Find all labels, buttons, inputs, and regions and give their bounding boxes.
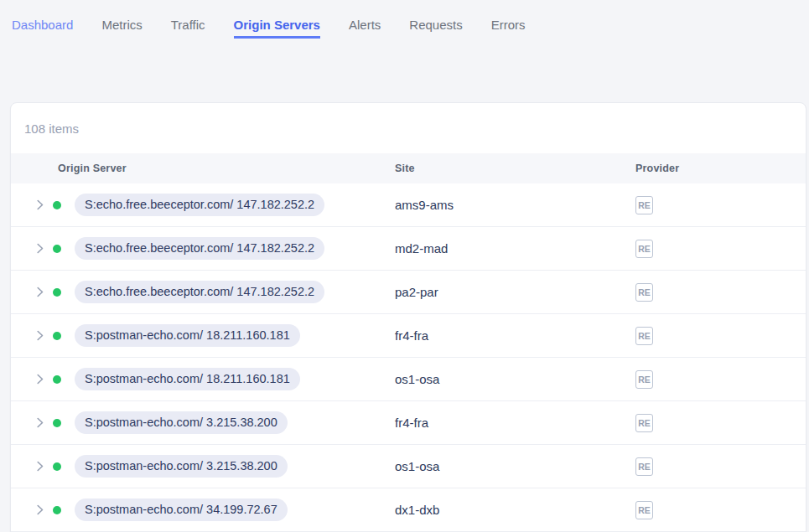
site-label: os1-osa (395, 372, 635, 386)
provider-re-badge: RE (635, 370, 653, 389)
table-row[interactable]: S:postman-echo.com/ 18.211.160.181 os1-o… (11, 358, 806, 401)
table-header-row: Origin Server Site Provider (11, 153, 806, 183)
chevron-right-icon (37, 243, 44, 254)
column-header-origin-server: Origin Server (58, 163, 395, 174)
nav-tab[interactable]: Traffic (171, 18, 205, 39)
provider-re-badge: RE (635, 501, 653, 519)
expand-row-button[interactable] (28, 374, 53, 385)
site-label: dx1-dxb (395, 503, 635, 517)
origin-server-pill: S:postman-echo.com/ 3.215.38.200 (75, 411, 288, 435)
origin-servers-card: 108 items Origin Server Site Provider S:… (10, 102, 806, 532)
provider-re-badge: RE (635, 283, 653, 302)
table-row[interactable]: S:echo.free.beeceptor.com/ 147.182.252.2… (11, 271, 806, 314)
status-online-dot (53, 419, 61, 427)
origin-server-pill: S:echo.free.beeceptor.com/ 147.182.252.2 (75, 281, 324, 304)
provider-re-badge: RE (635, 414, 653, 432)
status-online-dot (53, 506, 61, 514)
origin-server-pill: S:postman-echo.com/ 18.211.160.181 (75, 324, 300, 348)
status-online-dot (53, 288, 61, 297)
nav-tab[interactable]: Errors (491, 18, 526, 39)
top-nav: Dashboard Metrics Traffic Origin Servers… (0, 0, 809, 39)
site-label: ams9-ams (395, 198, 635, 212)
column-header-site: Site (395, 163, 635, 174)
chevron-right-icon (37, 504, 44, 515)
status-online-dot (53, 462, 61, 471)
expand-row-button[interactable] (28, 287, 53, 297)
table-row[interactable]: S:echo.free.beeceptor.com/ 147.182.252.2… (11, 183, 806, 227)
site-label: md2-mad (395, 241, 635, 256)
nav-tab[interactable]: Dashboard (12, 18, 73, 39)
nav-tab[interactable]: Alerts (349, 18, 381, 39)
chevron-right-icon (37, 374, 44, 385)
expand-row-button[interactable] (28, 504, 53, 515)
provider-re-badge: RE (635, 240, 653, 258)
chevron-right-icon (37, 330, 44, 341)
status-online-dot (53, 375, 61, 384)
origin-server-pill: S:postman-echo.com/ 34.199.72.67 (75, 498, 288, 522)
chevron-right-icon (37, 287, 44, 297)
expand-row-button[interactable] (28, 243, 53, 254)
status-online-dot (53, 245, 61, 253)
table-row[interactable]: S:postman-echo.com/ 3.215.38.200 os1-osa… (11, 445, 806, 488)
origin-server-pill: S:postman-echo.com/ 18.211.160.181 (75, 368, 300, 391)
chevron-right-icon (37, 461, 44, 472)
provider-re-badge: RE (635, 196, 653, 214)
origin-server-pill: S:echo.free.beeceptor.com/ 147.182.252.2 (75, 194, 324, 217)
column-header-provider: Provider (635, 163, 806, 174)
expand-row-button[interactable] (28, 417, 53, 428)
table-row[interactable]: S:echo.free.beeceptor.com/ 147.182.252.2… (11, 227, 806, 271)
nav-tab[interactable]: Requests (409, 18, 462, 39)
table-row[interactable]: S:postman-echo.com/ 34.199.72.67 dx1-dxb… (11, 488, 806, 532)
nav-tab[interactable]: Metrics (101, 18, 142, 39)
items-count-label: 108 items (11, 103, 806, 153)
chevron-right-icon (37, 199, 44, 210)
origin-server-pill: S:postman-echo.com/ 3.215.38.200 (75, 455, 288, 478)
table-row[interactable]: S:postman-echo.com/ 18.211.160.181 fr4-f… (11, 314, 806, 358)
status-online-dot (53, 332, 61, 340)
nav-tab[interactable]: Origin Servers (234, 18, 320, 39)
provider-re-badge: RE (635, 327, 653, 345)
site-label: fr4-fra (395, 328, 635, 343)
site-label: pa2-par (395, 285, 635, 299)
expand-row-button[interactable] (28, 199, 53, 210)
table-row[interactable]: S:postman-echo.com/ 3.215.38.200 fr4-fra… (11, 401, 806, 445)
provider-re-badge: RE (635, 457, 653, 476)
expand-row-button[interactable] (28, 461, 53, 472)
site-label: os1-osa (395, 459, 635, 473)
expand-row-button[interactable] (28, 330, 53, 341)
chevron-right-icon (37, 417, 44, 428)
site-label: fr4-fra (395, 416, 635, 430)
origin-server-pill: S:echo.free.beeceptor.com/ 147.182.252.2 (75, 237, 324, 261)
status-online-dot (53, 201, 61, 209)
table-body: S:echo.free.beeceptor.com/ 147.182.252.2… (11, 183, 806, 532)
